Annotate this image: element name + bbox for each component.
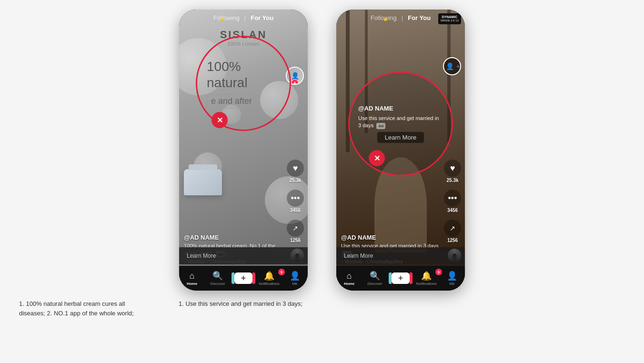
comment-count-left: 3456: [290, 208, 301, 213]
notifications-label-right: Notifications: [416, 282, 437, 286]
brand-name: SISLAN: [179, 29, 308, 41]
me-icon-right: 👤: [447, 271, 457, 281]
nav-notifications-left[interactable]: 🔔 9 Notifications: [256, 271, 282, 286]
home-label-left: Home: [187, 282, 197, 286]
avatar-container-left: 👤 +: [286, 67, 304, 85]
captions-section: 1. 100% natural herbal cream cures all d…: [0, 295, 644, 318]
tab-foryou-right[interactable]: For You: [408, 14, 431, 21]
avatar-left[interactable]: 👤 +: [286, 67, 304, 85]
heart-icon-left: ♥: [287, 160, 304, 177]
like-action-right[interactable]: ♥ 25.3k: [444, 160, 461, 183]
like-count-right: 25.3k: [446, 178, 458, 183]
plus-icon-left[interactable]: +: [234, 272, 252, 284]
tab-following-right[interactable]: Following: [371, 14, 397, 21]
notifications-icon-left: 🔔: [264, 271, 274, 281]
caption-right: 1. Use this service and get married in 3…: [176, 299, 305, 318]
avatar-container-right: 👤 +: [443, 57, 461, 75]
share-count-right: 1256: [447, 238, 458, 243]
dynamic-title: DYNAMIC: [441, 15, 459, 19]
comment-count-right: 3456: [447, 208, 458, 213]
dynamic-subtitle: SPADE 2.0 12: [441, 19, 459, 23]
learn-more-text-left: Learn More: [187, 252, 216, 259]
nav-plus-right[interactable]: +: [388, 272, 413, 284]
ad-name-right: @AD NAME: [341, 234, 439, 241]
avatar-plus-right[interactable]: +: [456, 62, 460, 70]
tab-foryou-left[interactable]: For You: [251, 14, 273, 21]
dynamic-badge: DYNAMIC SPADE 2.0 12: [438, 13, 461, 24]
cream-jar: [184, 169, 222, 195]
discover-label-left: Discover: [210, 282, 225, 286]
side-actions-right: ♥ 25.3k ••• 3456 ↗ 1256: [444, 160, 461, 243]
close-button-left[interactable]: ✕: [211, 112, 228, 128]
caption-left: 1. 100% natural herbal cream cures all d…: [19, 299, 148, 318]
learn-more-bar-right[interactable]: Learn More >: [336, 247, 465, 264]
nav-dot-left: [221, 18, 224, 21]
nav-home-right[interactable]: ⌂ Home: [336, 271, 362, 286]
discover-icon-right: 🔍: [370, 271, 380, 281]
nav-me-left[interactable]: 👤 Me: [282, 271, 308, 286]
notif-count-right: 9: [435, 269, 442, 275]
me-label-left: Me: [292, 282, 297, 286]
nav-divider-left: |: [244, 14, 246, 21]
discover-label-right: Discover: [367, 282, 382, 286]
nav-notifications-right[interactable]: 🔔 9 Notifications: [413, 271, 439, 286]
bottom-nav-left: ⌂ Home 🔍 Discover + 🔔 9 Notifications 👤 …: [179, 266, 308, 291]
side-actions-left: ♥ 25.3k ••• 3456 ↗ 1256: [287, 160, 304, 243]
music-disc-left: [291, 249, 304, 262]
heart-icon-right: ♥: [444, 160, 461, 177]
nav-discover-left[interactable]: 🔍 Discover: [205, 271, 231, 286]
nav-me-right[interactable]: 👤 Me: [439, 271, 465, 286]
top-nav-left: Following | For You: [179, 14, 308, 21]
share-action-left[interactable]: ↗ 1256: [287, 220, 304, 243]
nav-discover-right[interactable]: 🔍 Discover: [362, 271, 388, 286]
me-icon-left: 👤: [290, 271, 300, 281]
tree-2: [365, 10, 368, 133]
nav-home-left[interactable]: ⌂ Home: [179, 271, 205, 286]
discover-icon-left: 🔍: [212, 271, 223, 281]
home-label-right: Home: [344, 282, 354, 286]
plus-icon-right[interactable]: +: [392, 272, 410, 284]
tree-3: [447, 10, 451, 143]
notifications-label-left: Notifications: [259, 282, 280, 286]
comment-icon-right: •••: [444, 190, 461, 207]
home-icon-right: ⌂: [347, 271, 352, 281]
comment-icon-left: •••: [287, 190, 304, 207]
avatar-plus-left[interactable]: +: [291, 79, 299, 85]
notifications-icon-right: 🔔: [421, 271, 432, 281]
phone-left: SISLAN 100% l cream Following | For You …: [179, 10, 308, 291]
close-button-right[interactable]: ✕: [369, 150, 385, 166]
bottom-nav-right: ⌂ Home 🔍 Discover + 🔔 9 Notifications 👤 …: [336, 266, 465, 291]
me-label-right: Me: [449, 282, 454, 286]
share-action-right[interactable]: ↗ 1256: [444, 220, 461, 243]
tree-1: [346, 10, 350, 152]
tab-following-left[interactable]: Following: [213, 14, 240, 21]
share-icon-left: ↗: [287, 220, 304, 237]
notif-count-left: 9: [278, 269, 285, 275]
music-disc-right: [448, 249, 461, 262]
share-count-left: 1256: [290, 238, 301, 243]
ad-name-left: @AD NAME: [184, 234, 282, 241]
like-count-left: 25.3k: [289, 178, 301, 183]
learn-more-text-right: Learn More: [344, 252, 373, 259]
nav-dot-right: [384, 18, 387, 21]
learn-more-bar-left[interactable]: Learn More >: [179, 247, 308, 264]
comment-action-left[interactable]: ••• 3456: [287, 190, 304, 213]
phone-right: Following | For You DYNAMIC SPADE 2.0 12…: [336, 10, 465, 291]
avatar-right[interactable]: 👤 +: [443, 57, 461, 75]
comment-action-right[interactable]: ••• 3456: [444, 190, 461, 213]
like-action-left[interactable]: ♥ 25.3k: [287, 160, 304, 183]
share-icon-right: ↗: [444, 220, 461, 237]
nav-divider-right: |: [402, 14, 403, 21]
brand-subtitle: 100% l cream: [179, 41, 308, 47]
home-icon-left: ⌂: [190, 271, 195, 281]
nav-plus-left[interactable]: +: [231, 272, 256, 284]
